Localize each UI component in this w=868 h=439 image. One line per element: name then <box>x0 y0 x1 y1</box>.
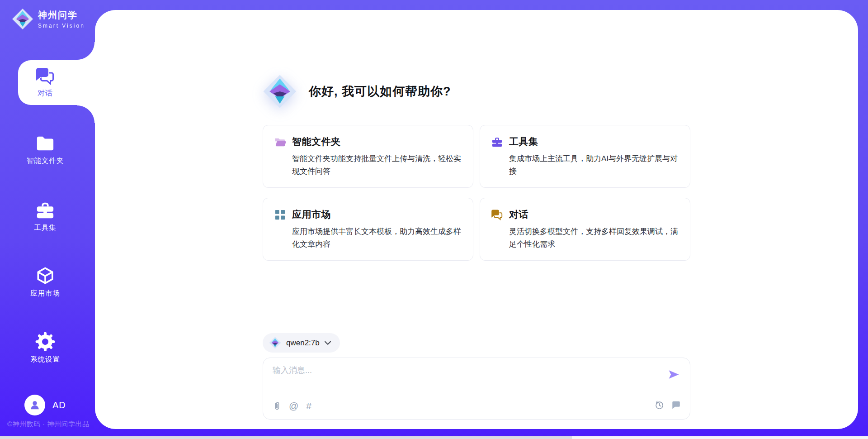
brand-text: 神州问学 Smart Vision <box>38 9 85 29</box>
horizontal-scrollbar[interactable] <box>0 436 868 439</box>
tab-scoop-bottom <box>77 105 95 123</box>
person-icon <box>28 399 41 411</box>
mention-button[interactable]: @ <box>289 401 298 411</box>
gem-diamond-icon <box>12 8 33 30</box>
card-title: 对话 <box>509 208 528 221</box>
sidebar: 神州问学 Smart Vision 对话 智能文件夹 工具集 <box>0 0 95 439</box>
card-title: 智能文件夹 <box>292 135 341 148</box>
feature-cards: 智能文件夹 智能文件夹功能支持批量文件上传与清洗，轻松实现文件问答 工具集 集成… <box>263 125 690 261</box>
briefcase-icon <box>491 136 503 148</box>
card-description: 集成市场上主流工具，助力AI与外界无缝扩展与对接 <box>509 153 679 177</box>
send-icon <box>668 368 680 381</box>
brand-logo: 神州问学 Smart Vision <box>12 8 85 30</box>
briefcase-icon <box>35 200 56 220</box>
brand-name: 神州问学 <box>38 9 85 21</box>
send-button[interactable] <box>668 368 680 381</box>
history-icon <box>654 400 664 410</box>
sidebar-item-app-market[interactable]: 应用市场 <box>0 266 90 298</box>
sidebar-item-toolset[interactable]: 工具集 <box>0 200 90 233</box>
chat-bubbles-icon <box>35 67 55 85</box>
card-app-market[interactable]: 应用市场 应用市场提供丰富长文本模板，助力高效生成多样化文章内容 <box>263 198 473 261</box>
user-name: AD <box>52 400 66 410</box>
sidebar-item-label: 系统设置 <box>0 355 90 364</box>
attach-file-button[interactable] <box>273 401 281 411</box>
at-icon: @ <box>289 401 298 411</box>
scrollbar-thumb[interactable] <box>0 436 572 439</box>
grid-icon <box>274 209 286 220</box>
topic-button[interactable]: # <box>306 401 311 411</box>
gear-icon <box>35 332 56 351</box>
card-toolset[interactable]: 工具集 集成市场上主流工具，助力AI与外界无缝扩展与对接 <box>480 125 690 188</box>
history-button[interactable] <box>654 400 664 410</box>
conversations-button[interactable] <box>671 400 681 410</box>
composer-divider <box>269 394 684 394</box>
tab-scoop-top <box>77 42 95 60</box>
open-folder-icon <box>274 136 286 148</box>
sidebar-item-label: 应用市场 <box>0 289 90 298</box>
chat-bubbles-icon <box>491 209 503 220</box>
sidebar-item-smart-folder[interactable]: 智能文件夹 <box>0 134 90 166</box>
user-account[interactable]: AD <box>24 395 66 415</box>
greeting-block: 你好, 我可以如何帮助你? <box>263 74 690 109</box>
main-panel: 你好, 我可以如何帮助你? 智能文件夹 智能文件夹功能支持批量文件上传与清洗，轻… <box>95 10 858 429</box>
model-selector[interactable]: qwen2:7b <box>263 333 340 353</box>
gem-diamond-icon <box>263 74 297 109</box>
message-composer: @ # <box>263 358 690 420</box>
sidebar-item-settings[interactable]: 系统设置 <box>0 332 90 364</box>
folder-icon <box>35 134 56 153</box>
chat-bubble-icon <box>671 400 681 410</box>
sidebar-item-label: 工具集 <box>0 223 90 233</box>
card-title: 工具集 <box>509 135 538 148</box>
card-chat[interactable]: 对话 灵活切换多模型文件，支持多样回复效果调试，满足个性化需求 <box>480 198 690 261</box>
card-title: 应用市场 <box>292 208 331 221</box>
chevron-down-icon <box>325 341 331 345</box>
hash-icon: # <box>306 401 311 411</box>
brand-subtitle: Smart Vision <box>38 23 85 29</box>
sidebar-item-label: 对话 <box>18 89 72 98</box>
avatar <box>24 395 45 415</box>
paperclip-icon <box>273 401 281 411</box>
card-description: 智能文件夹功能支持批量文件上传与清洗，轻松实现文件问答 <box>292 153 462 177</box>
card-description: 应用市场提供丰富长文本模板，助力高效生成多样化文章内容 <box>292 225 462 250</box>
sidebar-item-chat[interactable]: 对话 <box>18 60 95 105</box>
message-input[interactable] <box>273 365 661 390</box>
card-smart-folder[interactable]: 智能文件夹 智能文件夹功能支持批量文件上传与清洗，轻松实现文件问答 <box>263 125 473 188</box>
gem-diamond-icon <box>269 337 281 349</box>
sidebar-item-label: 智能文件夹 <box>0 156 90 166</box>
card-description: 灵活切换多模型文件，支持多样回复效果调试，满足个性化需求 <box>509 225 679 250</box>
copyright-footer: ©神州数码 · 神州问学出品 <box>7 420 89 429</box>
model-name: qwen2:7b <box>286 339 320 348</box>
greeting-title: 你好, 我可以如何帮助你? <box>309 83 451 100</box>
cube-icon <box>35 266 56 285</box>
